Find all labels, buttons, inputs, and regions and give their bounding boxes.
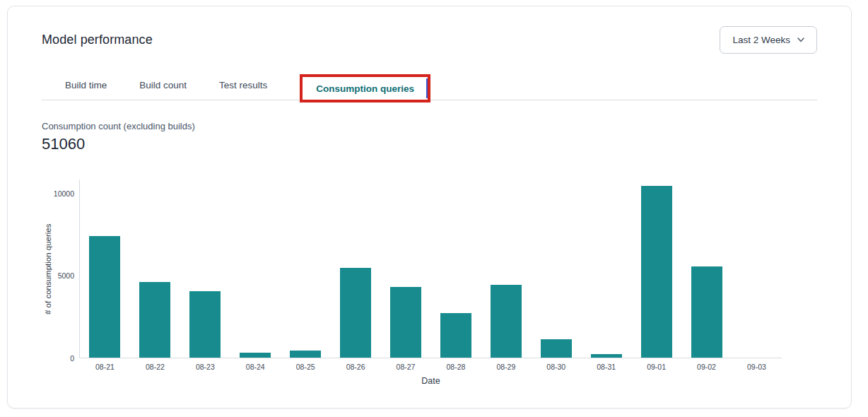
y-tick-label: 5000 bbox=[58, 271, 74, 280]
bar-slot bbox=[531, 180, 581, 358]
bar-slot bbox=[631, 180, 681, 358]
bar-08-29[interactable] bbox=[491, 285, 522, 358]
bar-slot bbox=[331, 180, 381, 358]
x-tick-label: 09-02 bbox=[681, 363, 732, 371]
y-axis: 0500010000 bbox=[54, 180, 79, 358]
bar-slot bbox=[180, 180, 230, 358]
x-tick-label: 08-29 bbox=[481, 363, 531, 371]
bar-slot bbox=[381, 180, 431, 358]
consumption-chart: # of consumption queries 0500010000 08-2… bbox=[42, 180, 817, 386]
y-tick-label: 10000 bbox=[54, 189, 74, 198]
x-tick-label: 08-30 bbox=[531, 363, 581, 371]
bar-08-22[interactable] bbox=[139, 282, 170, 358]
active-tab-focus-line bbox=[426, 78, 428, 98]
bar-slot bbox=[732, 180, 782, 358]
tab-test-results[interactable]: Test results bbox=[219, 80, 267, 100]
bar-08-30[interactable] bbox=[541, 339, 572, 358]
card-header: Model performance Last 2 Weeks bbox=[42, 26, 817, 54]
date-range-dropdown[interactable]: Last 2 Weeks bbox=[720, 26, 817, 54]
x-tick-label: 08-26 bbox=[331, 363, 381, 371]
x-tick-label: 08-28 bbox=[430, 363, 481, 371]
bar-slot bbox=[430, 180, 481, 358]
model-performance-card: Model performance Last 2 Weeks Build tim… bbox=[7, 6, 852, 409]
bar-08-26[interactable] bbox=[340, 268, 371, 358]
tab-build-time[interactable]: Build time bbox=[65, 80, 107, 100]
bar-08-24[interactable] bbox=[240, 353, 271, 358]
tab-build-count[interactable]: Build count bbox=[139, 80, 187, 100]
x-tick-label: 08-22 bbox=[130, 363, 180, 371]
axis-spacer bbox=[42, 371, 80, 386]
bar-09-02[interactable] bbox=[691, 266, 722, 358]
bar-slot bbox=[80, 180, 130, 358]
bar-08-27[interactable] bbox=[390, 287, 421, 358]
x-tick-labels: 08-2108-2208-2308-2408-2508-2608-2708-28… bbox=[80, 358, 782, 371]
bar-slot bbox=[230, 180, 281, 358]
tab-consumption-queries[interactable]: Consumption queries bbox=[316, 83, 414, 94]
bar-08-21[interactable] bbox=[89, 236, 120, 358]
bar-slot bbox=[281, 180, 331, 358]
x-tick-label: 08-27 bbox=[381, 363, 431, 371]
x-tick-label: 09-01 bbox=[631, 363, 681, 371]
bar-slot bbox=[681, 180, 732, 358]
bar-09-01[interactable] bbox=[641, 186, 672, 358]
x-tick-label: 08-31 bbox=[581, 363, 631, 371]
y-axis-title: # of consumption queries bbox=[42, 180, 54, 358]
bar-08-31[interactable] bbox=[591, 354, 622, 358]
chevron-down-icon bbox=[797, 37, 804, 42]
stat-block: Consumption count (excluding builds) 510… bbox=[42, 121, 817, 153]
stat-label: Consumption count (excluding builds) bbox=[42, 121, 817, 131]
bar-slot bbox=[581, 180, 631, 358]
x-tick-label: 08-25 bbox=[281, 363, 331, 371]
date-range-value: Last 2 Weeks bbox=[732, 35, 790, 45]
stat-value: 51060 bbox=[42, 135, 817, 153]
bar-08-23[interactable] bbox=[189, 291, 221, 358]
x-tick-label: 08-24 bbox=[230, 363, 281, 371]
x-tick-label: 08-23 bbox=[180, 363, 230, 371]
annotation-highlight-box: Consumption queries bbox=[300, 74, 430, 102]
x-tick-label: 09-03 bbox=[732, 363, 782, 371]
bar-slot bbox=[130, 180, 180, 358]
page-title: Model performance bbox=[42, 33, 153, 47]
y-tick-label: 0 bbox=[70, 354, 74, 363]
bar-08-25[interactable] bbox=[290, 351, 321, 358]
plot-area[interactable] bbox=[79, 180, 782, 358]
tab-bar: Build time Build count Test results Cons… bbox=[42, 54, 817, 100]
x-tick-label: 08-21 bbox=[80, 363, 130, 371]
bar-08-28[interactable] bbox=[440, 313, 471, 358]
bar-slot bbox=[481, 180, 531, 358]
x-axis-title: Date bbox=[80, 376, 782, 386]
